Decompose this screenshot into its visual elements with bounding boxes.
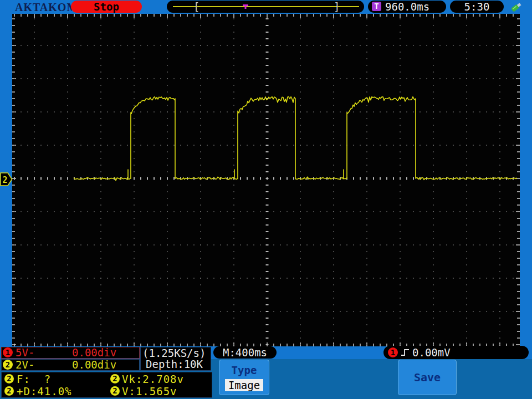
record-length-line	[173, 6, 359, 7]
acquisition-status: (1.25KS/s) Depth:10K	[140, 347, 211, 371]
trigger-level-readout: 1 0.00mV	[383, 346, 529, 359]
trigger-position-indicator: [ ]	[167, 1, 364, 13]
sample-rate: (1.25KS/s)	[141, 347, 211, 359]
waveform-display	[12, 14, 520, 346]
trigger-time-value: 960.0ms	[385, 1, 429, 13]
meas-v-channel-badge: 2	[110, 386, 120, 396]
channel-2-position-marker[interactable]: 2	[0, 172, 13, 189]
menu-title: Type	[219, 364, 269, 376]
channel-2-status: 2 2V- 0.00div	[1, 359, 140, 371]
graticule-and-trace	[12, 14, 520, 346]
channel-2-scale: 2V-	[16, 360, 34, 370]
channel-2-badge: 2	[3, 360, 13, 370]
channel-2-marker-label: 2	[3, 175, 8, 185]
rising-edge-icon	[401, 348, 410, 359]
meas-voltage: V:1.565v	[122, 385, 177, 397]
channel-2-trace	[74, 97, 517, 181]
oscilloscope-screen: { "brand": "AKTAKOM", "top_bar": { "run_…	[0, 0, 532, 399]
meas-duty-cycle: +D:41.0%	[17, 385, 72, 397]
meas-vk-channel-badge: 2	[110, 374, 120, 383]
meas-frequency: F: ?	[17, 373, 51, 385]
trigger-source-badge: 1	[388, 347, 398, 357]
type-menu[interactable]: Type Image	[219, 360, 269, 395]
trigger-time-readout: T 960.0ms	[368, 1, 446, 13]
channel-2-offset: 0.00div	[72, 360, 116, 370]
window-left-bracket: [	[193, 1, 200, 13]
brand-logo: AKTAKOM	[15, 1, 78, 14]
measurements-panel: 2 F: ? 2 Vk:2.708v 2 +D:41.0% 2 V:1.565v	[1, 372, 212, 398]
channel-1-badge: 1	[3, 347, 13, 357]
trigger-position-marker-icon	[242, 1, 249, 12]
clock: 5:30	[450, 1, 504, 13]
run-stop-button[interactable]: Stop	[71, 1, 142, 13]
channel-1-status: 1 5V- 0.00div	[1, 347, 140, 359]
meas-freq-channel-badge: 2	[4, 374, 14, 383]
meas-vk: Vk:2.708v	[122, 373, 184, 385]
window-right-bracket: ]	[334, 1, 340, 13]
channel-1-offset: 0.00div	[72, 347, 116, 358]
trigger-icon: T	[372, 2, 381, 11]
usb-flash-drive-icon	[509, 1, 524, 14]
meas-duty-channel-badge: 2	[4, 386, 14, 396]
timebase-readout: M:400ms	[213, 346, 277, 359]
menu-option-image[interactable]: Image	[225, 379, 263, 391]
channel-1-scale: 5V-	[16, 347, 34, 358]
trigger-level-value: 0.00mV	[412, 346, 451, 359]
memory-depth: Depth:10K	[141, 359, 211, 370]
save-button[interactable]: Save	[398, 360, 457, 395]
